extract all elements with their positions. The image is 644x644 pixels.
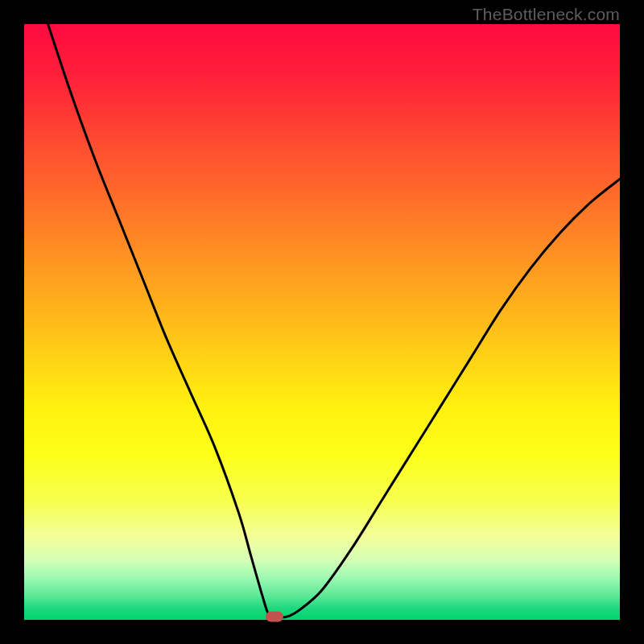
optimum-marker	[266, 612, 283, 622]
plot-area	[24, 24, 620, 620]
chart-frame: TheBottleneck.com	[0, 0, 644, 644]
bottleneck-curve	[24, 24, 620, 620]
curve-path	[48, 24, 620, 617]
watermark-text: TheBottleneck.com	[473, 5, 620, 24]
